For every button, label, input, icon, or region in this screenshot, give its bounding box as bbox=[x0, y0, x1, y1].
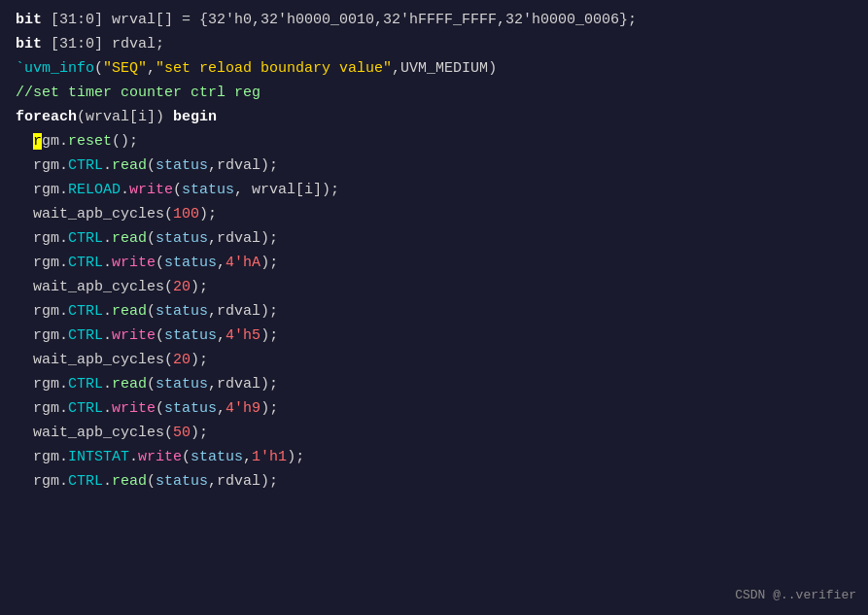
code-line-15: wait_apb_cycles(20); bbox=[16, 275, 852, 299]
code-line-6: rgm.reset(); bbox=[16, 129, 852, 154]
code-line-2: bit [31:0] rdval; bbox=[16, 32, 852, 56]
code-line-1: bit [31:0] wrval[] = {32'h0,32'h0000_001… bbox=[16, 8, 852, 32]
code-line-14: rgm.CTRL.write(status,4'hA); bbox=[16, 251, 852, 275]
code-line-22: rgm.CTRL.write(status,4'h9); bbox=[16, 396, 852, 421]
code-line-3: `uvm_info("SEQ","set reload boundary val… bbox=[16, 56, 852, 81]
code-line-12: rgm.CTRL.read(status,rdval); bbox=[16, 226, 852, 251]
code-line-18: rgm.CTRL.write(status,4'h5); bbox=[16, 324, 852, 348]
code-line-20: rgm.CTRL.read(status,rdval); bbox=[16, 372, 852, 396]
code-line-5: foreach(wrval[i]) begin bbox=[16, 105, 852, 129]
code-line-24: rgm.INTSTAT.write(status,1'h1); bbox=[16, 445, 852, 469]
code-line-16: rgm.CTRL.read(status,rdval); bbox=[16, 299, 852, 324]
code-line-7: rgm.CTRL.read(status,rdval); bbox=[16, 154, 852, 178]
code-line-10: wait_apb_cycles(100); bbox=[16, 202, 852, 226]
code-line-19: wait_apb_cycles(20); bbox=[16, 348, 852, 372]
code-line-4: //set timer counter ctrl reg bbox=[16, 81, 852, 105]
code-line-25: rgm.CTRL.read(status,rdval); bbox=[16, 469, 852, 494]
code-line-8: rgm.RELOAD.write(status, wrval[i]); bbox=[16, 178, 852, 202]
code-line-23: wait_apb_cycles(50); bbox=[16, 421, 852, 445]
watermark: CSDN @..verifier bbox=[735, 583, 856, 607]
code-editor: bit [31:0] wrval[] = {32'h0,32'h0000_001… bbox=[0, 0, 868, 615]
